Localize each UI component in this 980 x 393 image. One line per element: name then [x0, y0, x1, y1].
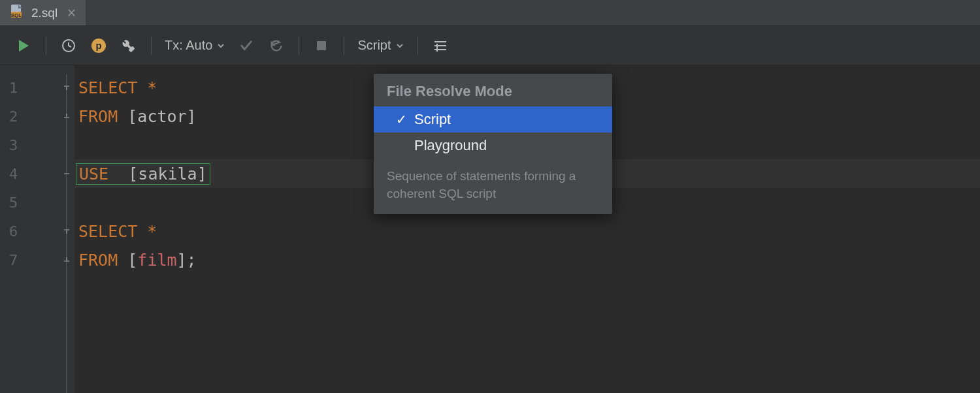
popup-option-playground[interactable]: Playground — [374, 133, 612, 159]
code-line: FROM [film]; — [74, 245, 980, 274]
stop-icon[interactable] — [312, 35, 331, 56]
separator — [417, 37, 418, 55]
resolve-mode-dropdown[interactable]: Script — [357, 38, 404, 53]
svg-text:SQL: SQL — [11, 12, 22, 18]
fold-single-icon[interactable] — [63, 170, 71, 178]
commit-icon[interactable] — [237, 35, 255, 56]
close-tab-icon[interactable]: ✕ — [64, 7, 76, 19]
fold-end-icon[interactable] — [63, 112, 71, 120]
fold-start-icon[interactable] — [63, 84, 71, 91]
p-badge[interactable]: p — [90, 35, 108, 56]
line-number: 3 — [0, 131, 59, 159]
separator — [344, 37, 344, 55]
chevron-down-icon — [216, 41, 225, 50]
tab-bar: SQL 2.sql ✕ — [0, 0, 980, 26]
toolbar: p Tx: Auto Script — [0, 26, 980, 65]
resolve-mode-popup: File Resolve Mode ✓ Script Playground Se… — [374, 74, 612, 214]
fold-end-icon[interactable] — [63, 256, 71, 264]
line-number: 5 — [0, 188, 59, 217]
code-line: SELECT * — [74, 217, 980, 245]
line-number: 7 — [0, 245, 59, 274]
fold-start-icon[interactable] — [63, 227, 71, 235]
popup-option-script[interactable]: ✓ Script — [374, 106, 612, 133]
popup-title: File Resolve Mode — [374, 80, 612, 106]
chevron-down-icon — [395, 41, 404, 50]
tx-mode-dropdown[interactable]: Tx: Auto — [165, 38, 225, 53]
run-button[interactable] — [14, 35, 33, 56]
check-icon: ✓ — [388, 112, 414, 127]
svg-rect-4 — [317, 41, 326, 50]
history-icon[interactable] — [59, 35, 78, 56]
sql-file-icon: SQL — [9, 3, 25, 22]
line-gutter: 1 2 3 4 5 6 7 — [0, 65, 59, 393]
fold-rail — [59, 65, 74, 393]
line-number: 4 — [0, 159, 59, 188]
separator — [299, 37, 299, 55]
popup-description: Sequence of statements forming a coheren… — [374, 159, 612, 205]
separator — [46, 37, 46, 55]
tab-filename: 2.sql — [31, 6, 57, 20]
rollback-icon[interactable] — [267, 35, 286, 56]
line-number: 1 — [0, 73, 59, 102]
separator — [151, 37, 152, 55]
table-view-icon[interactable] — [431, 35, 449, 56]
line-number: 6 — [0, 217, 59, 245]
line-number: 2 — [0, 102, 59, 131]
settings-icon[interactable] — [120, 35, 138, 56]
file-tab[interactable]: SQL 2.sql ✕ — [0, 0, 86, 25]
